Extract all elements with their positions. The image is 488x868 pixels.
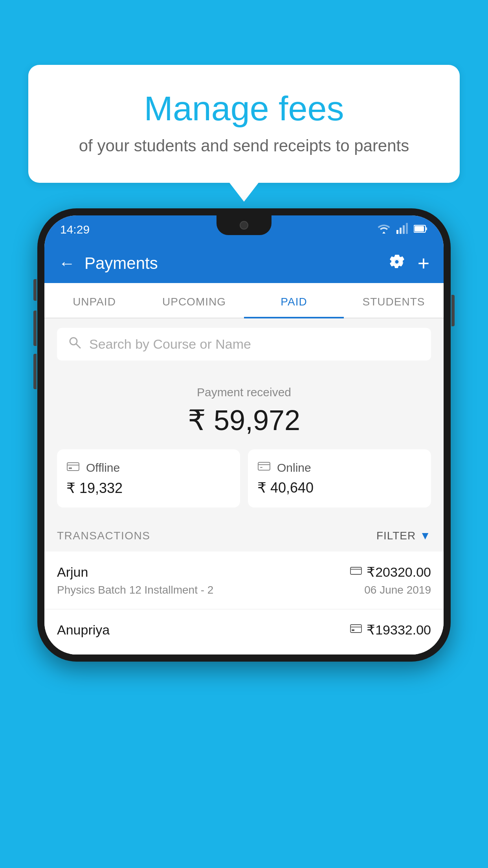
app-bar-title: Payments	[84, 254, 389, 273]
tabs: UNPAID UPCOMING PAID STUDENTS	[44, 283, 444, 318]
filter-label: FILTER	[376, 530, 416, 542]
svg-rect-13	[350, 625, 361, 633]
transaction-amount-row-2: ₹19332.00	[350, 622, 431, 638]
wifi-icon	[377, 223, 391, 237]
transactions-label: TRANSACTIONS	[57, 530, 150, 542]
svg-rect-0	[396, 230, 398, 234]
app-bar-actions: +	[389, 253, 429, 274]
phone-side-btn-right	[451, 295, 455, 326]
phone-side-btn-left-2	[33, 311, 37, 346]
online-amount: ₹ 40,640	[257, 480, 422, 496]
payment-summary: Payment received ₹ 59,972	[44, 370, 444, 520]
status-icons	[377, 223, 428, 237]
tab-paid[interactable]: PAID	[244, 283, 344, 318]
bubble-subtitle: of your students and send receipts to pa…	[60, 136, 428, 155]
transaction-top-1: Arjun ₹20320.00	[57, 564, 431, 580]
plus-icon[interactable]: +	[418, 253, 429, 274]
transaction-amount-1: ₹20320.00	[367, 564, 431, 580]
payment-cards: Offline ₹ 19,332	[57, 449, 431, 508]
svg-rect-2	[403, 225, 405, 234]
online-card-header: Online	[257, 460, 422, 475]
offline-card-header: Offline	[66, 460, 231, 475]
bubble-title: Manage fees	[60, 88, 428, 129]
transaction-bottom-1: Physics Batch 12 Installment - 2 06 June…	[57, 584, 431, 596]
tab-upcoming[interactable]: UPCOMING	[144, 283, 244, 318]
tab-students[interactable]: STUDENTS	[344, 283, 444, 318]
phone-side-btn-left-1	[33, 279, 37, 301]
offline-icon	[66, 460, 80, 475]
search-placeholder: Search by Course or Name	[89, 337, 251, 352]
tab-unpaid[interactable]: UNPAID	[44, 283, 144, 318]
transaction-name-1: Arjun	[57, 565, 88, 580]
search-icon	[68, 336, 81, 353]
svg-rect-6	[415, 226, 424, 232]
svg-rect-11	[258, 462, 270, 470]
online-payment-icon	[350, 566, 362, 578]
filter-icon: ▼	[420, 530, 431, 542]
transaction-row-2[interactable]: Anupriya ₹19332.00	[44, 609, 444, 655]
offline-label: Offline	[86, 461, 120, 474]
search-bar-wrapper: Search by Course or Name	[44, 318, 444, 370]
svg-rect-12	[350, 567, 361, 574]
svg-rect-1	[400, 228, 402, 234]
transaction-row[interactable]: Arjun ₹20320.00 Physics Batch 12 Install…	[44, 552, 444, 609]
signal-icon	[396, 223, 408, 237]
transaction-name-2: Anupriya	[57, 622, 110, 638]
phone-frame: 14:29	[37, 208, 451, 662]
offline-amount: ₹ 19,332	[66, 480, 231, 497]
svg-rect-10	[69, 467, 72, 469]
transaction-top-2: Anupriya ₹19332.00	[57, 622, 431, 638]
transaction-amount-2: ₹19332.00	[367, 622, 431, 638]
status-bar: 14:29	[44, 215, 444, 244]
speech-bubble: Manage fees of your students and send re…	[28, 65, 460, 183]
phone-side-btn-left-3	[33, 354, 37, 389]
phone-wrapper: 14:29	[37, 208, 451, 662]
transaction-amount-row-1: ₹20320.00	[350, 564, 431, 580]
speech-bubble-wrapper: Manage fees of your students and send re…	[28, 65, 460, 183]
online-label: Online	[277, 461, 311, 474]
battery-icon	[414, 223, 428, 236]
svg-rect-14	[352, 629, 354, 631]
back-button[interactable]: ←	[59, 254, 75, 273]
search-bar[interactable]: Search by Course or Name	[57, 328, 431, 360]
payment-total-amount: ₹ 59,972	[57, 404, 431, 437]
svg-line-8	[76, 344, 80, 348]
phone-screen: 14:29	[44, 215, 444, 655]
svg-rect-5	[426, 227, 427, 230]
payment-received-label: Payment received	[57, 386, 431, 399]
notch	[216, 215, 272, 235]
gear-icon[interactable]	[389, 254, 405, 274]
offline-payment-card: Offline ₹ 19,332	[57, 449, 240, 508]
online-payment-card: Online ₹ 40,640	[248, 449, 431, 508]
offline-payment-icon	[350, 623, 362, 637]
transaction-course-1: Physics Batch 12 Installment - 2	[57, 584, 213, 596]
status-time: 14:29	[60, 223, 90, 236]
app-bar: ← Payments +	[44, 244, 444, 283]
transaction-date-1: 06 June 2019	[364, 584, 431, 596]
svg-rect-9	[67, 463, 79, 471]
online-icon	[257, 460, 271, 475]
svg-rect-3	[406, 223, 408, 234]
notch-camera	[240, 221, 248, 230]
transactions-header: TRANSACTIONS FILTER ▼	[44, 520, 444, 552]
filter-button[interactable]: FILTER ▼	[376, 530, 431, 542]
